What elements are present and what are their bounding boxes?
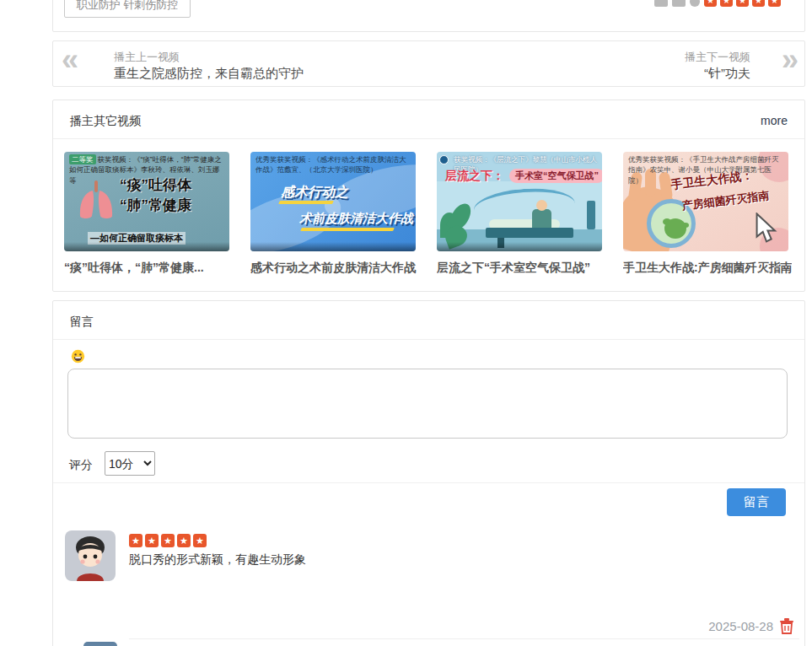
video-title-1[interactable]: “痰”吐得体，“肺”常健康... <box>64 261 233 276</box>
video-4-art-line2: 产房细菌歼灭指南 <box>681 188 770 214</box>
comment-text: 脱口秀的形式新颖，有趣生动形象 <box>129 552 306 568</box>
equipment-illustration <box>587 201 595 229</box>
more-videos-link[interactable]: more <box>761 114 788 127</box>
comment-input[interactable] <box>67 369 788 439</box>
video-thumbnail-3[interactable]: 获奖视频：《层流之下》黎慧（中山市小榄人民医院） 层流之下： 手术室“空气保卫战… <box>437 152 602 251</box>
divider <box>129 638 799 639</box>
star-icon: ★ <box>129 534 143 547</box>
award-badge: 二等奖 <box>69 154 96 164</box>
cursor-icon <box>751 213 782 246</box>
lungs-icon <box>78 180 115 221</box>
prev-video-label: 播主上一视频 <box>114 50 180 65</box>
video-rating-stars[interactable]: ★★★★★ <box>704 0 781 7</box>
avatar <box>83 642 117 646</box>
comment-rating-stars: ★★★★★ <box>129 534 207 547</box>
avatar <box>65 530 116 581</box>
comments-panel: 留言 评分 10分 留言 ★★★★★ 脱口秀的形式新颖，有趣生动形象 2025-… <box>52 300 805 646</box>
star-icon: ★ <box>752 0 765 7</box>
submit-comment-button[interactable]: 留言 <box>727 488 786 516</box>
germ-illustration <box>664 218 686 239</box>
rating-label: 评分 <box>69 458 93 473</box>
operating-table-illustration <box>486 228 573 238</box>
prev-video-title-link[interactable]: 重生之院感防控，来自霸总的守护 <box>114 66 304 82</box>
other-videos-header: 播主其它视频 <box>70 114 141 129</box>
video-thumbnail-4[interactable]: 优秀奖获奖视频：《手卫生大作战产房细菌歼灭指南》农笑中、谢小曼（中山大学附属第七… <box>623 152 788 251</box>
yellow-accent <box>300 228 395 231</box>
views-icon <box>690 0 700 7</box>
star-icon: ★ <box>768 0 781 7</box>
video-title-3[interactable]: 层流之下“手术室空气保卫战” <box>437 261 605 276</box>
comment-date: 2025-08-28 <box>708 619 773 633</box>
airflow-arc <box>473 186 577 228</box>
star-icon: ★ <box>161 534 175 547</box>
video-3-art-line2: 手术室“空气保卫战” <box>509 169 602 183</box>
divider <box>53 138 804 139</box>
star-icon: ★ <box>720 0 733 7</box>
video-2-art-line2: 术前皮肤清洁大作战 <box>299 211 413 227</box>
player-bar <box>64 242 229 251</box>
video-title-4[interactable]: 手卫生大作战:产房细菌歼灭指南 <box>623 261 792 276</box>
video-title-2[interactable]: 感术行动之术前皮肤清洁大作战 <box>250 261 419 276</box>
divider <box>53 339 804 340</box>
star-icon: ★ <box>145 534 159 547</box>
other-videos-panel: 播主其它视频 more 二等奖获奖视频：《“痰”吐得体，“肺”常健康之如何正确留… <box>52 100 805 292</box>
emoji-picker-icon[interactable] <box>71 349 85 363</box>
video-2-overlay-caption: 优秀奖获奖视频：《感术行动之术前皮肤清洁大作战》范蠡宜、（北京大学深圳医院） <box>255 154 412 175</box>
hospital-logo-icon <box>439 155 449 164</box>
player-bar <box>250 242 416 251</box>
comments-header: 留言 <box>70 315 94 330</box>
next-video-label: 播主下一视频 <box>685 50 750 65</box>
prev-next-nav-panel: « 播主上一视频 重生之院感防控，来自霸总的守护 播主下一视频 “针”功夫 » <box>52 40 805 87</box>
video-tag-button[interactable]: 职业防护 针刺伤防控 <box>64 0 191 18</box>
star-icon: ★ <box>193 534 207 547</box>
delete-comment-icon[interactable] <box>779 617 794 634</box>
divider <box>53 482 804 483</box>
comment-count-icon[interactable] <box>672 0 686 7</box>
next-video-icon[interactable]: » <box>782 42 796 78</box>
player-bar <box>437 242 602 251</box>
prev-video-icon[interactable]: « <box>62 42 76 78</box>
video-1-art-line2: “肺”常健康 <box>120 196 191 215</box>
plant-illustration <box>438 194 477 246</box>
video-1-overlay-caption: 二等奖获奖视频：《“痰”吐得体，“肺”常健康之如何正确留取痰标本》李秋玲、程依琳… <box>69 154 226 186</box>
share-icon[interactable] <box>654 0 668 7</box>
video-info-panel: 职业防护 针刺伤防控 ★★★★★ <box>52 0 805 32</box>
star-icon: ★ <box>177 534 191 547</box>
rating-select[interactable]: 10分 <box>105 451 155 476</box>
video-thumbnail-1[interactable]: 二等奖获奖视频：《“痰”吐得体，“肺”常健康之如何正确留取痰标本》李秋玲、程依琳… <box>64 152 229 251</box>
video-2-art-line1: 感术行动之 <box>281 184 348 202</box>
video-actions-row: ★★★★★ <box>654 0 781 7</box>
video-thumbnail-2[interactable]: 优秀奖获奖视频：《感术行动之术前皮肤清洁大作战》范蠡宜、（北京大学深圳医院） 感… <box>250 152 416 251</box>
video-3-art-line1: 层流之下： <box>445 169 504 184</box>
star-icon: ★ <box>704 0 717 7</box>
star-icon: ★ <box>736 0 749 7</box>
next-video-title-link[interactable]: “针”功夫 <box>704 66 750 82</box>
video-4-overlay-caption: 优秀奖获奖视频：《手卫生大作战产房细菌歼灭指南》农笑中、谢小曼（中山大学附属第七… <box>628 154 785 186</box>
